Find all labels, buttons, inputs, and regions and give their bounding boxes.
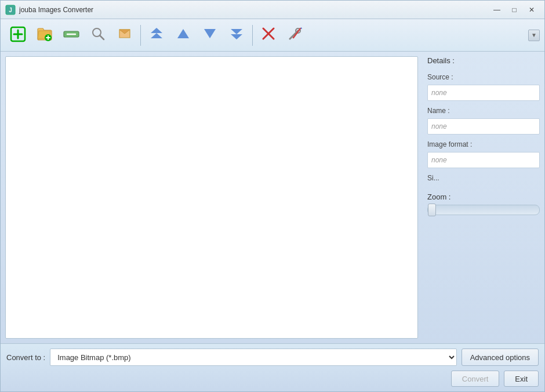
details-panel: Details : Source : Name : Image format :… xyxy=(423,52,544,343)
exit-button[interactable]: Exit xyxy=(504,371,539,387)
app-icon: J xyxy=(5,5,16,15)
svg-line-11 xyxy=(100,35,104,39)
file-list-panel xyxy=(1,52,423,343)
svg-marker-14 xyxy=(151,28,162,33)
main-window: J jouba Images Converter — □ ✕ xyxy=(0,0,545,392)
convert-button: Convert xyxy=(451,371,500,387)
settings-button[interactable] xyxy=(282,23,308,48)
search-button[interactable] xyxy=(85,23,111,48)
open-file-icon xyxy=(117,26,132,44)
toolbar-sep-2 xyxy=(252,25,253,46)
move-down-button[interactable] xyxy=(197,23,223,48)
zoom-label: Zoom : xyxy=(427,193,540,201)
move-top-icon xyxy=(150,27,164,43)
delete-icon xyxy=(261,27,275,43)
window-controls: — □ ✕ xyxy=(489,3,540,16)
image-format-field xyxy=(427,152,540,168)
move-up-icon xyxy=(176,27,190,43)
svg-text:J: J xyxy=(9,7,12,13)
remove-button[interactable] xyxy=(59,23,84,48)
open-folder-icon xyxy=(37,26,53,45)
source-field xyxy=(427,85,540,101)
toolbar-overflow-button[interactable]: ▼ xyxy=(528,30,540,41)
add-image-button[interactable] xyxy=(5,23,31,48)
close-button[interactable]: ✕ xyxy=(524,3,540,16)
zoom-section: Zoom : xyxy=(427,193,540,217)
delete-button[interactable] xyxy=(256,23,281,48)
svg-marker-15 xyxy=(151,33,162,38)
file-list xyxy=(5,56,418,339)
convert-to-label: Convert to : xyxy=(6,353,45,362)
move-bottom-button[interactable] xyxy=(224,23,249,48)
main-area: Details : Source : Name : Image format :… xyxy=(1,52,544,343)
image-format-label: Image format : xyxy=(427,140,540,148)
advanced-options-button[interactable]: Advanced options xyxy=(462,349,539,366)
name-label: Name : xyxy=(427,107,540,115)
title-bar: J jouba Images Converter — □ ✕ xyxy=(1,1,544,19)
svg-marker-19 xyxy=(231,29,242,34)
bottom-bar: Convert to : Image Bitmap (*.bmp) Image … xyxy=(1,343,544,391)
convert-to-row: Convert to : Image Bitmap (*.bmp) Image … xyxy=(6,349,539,366)
svg-marker-16 xyxy=(177,29,189,38)
svg-marker-18 xyxy=(231,34,242,39)
window-title: jouba Images Converter xyxy=(19,6,489,14)
open-folder-button[interactable] xyxy=(32,23,57,48)
minimize-button[interactable]: — xyxy=(489,3,505,16)
move-top-button[interactable] xyxy=(144,23,169,48)
source-label: Source : xyxy=(427,73,540,81)
search-icon xyxy=(91,27,105,43)
open-file-button[interactable] xyxy=(112,23,137,48)
svg-marker-17 xyxy=(204,29,216,38)
zoom-slider-container xyxy=(427,205,540,217)
format-select[interactable]: Image Bitmap (*.bmp) Image JPEG (*.jpg) … xyxy=(50,349,456,366)
tools-icon xyxy=(288,26,303,44)
toolbar: ▼ xyxy=(1,19,544,52)
name-field xyxy=(427,118,540,135)
move-up-button[interactable] xyxy=(170,23,196,48)
maximize-button[interactable]: □ xyxy=(506,3,522,16)
move-bottom-icon xyxy=(230,27,244,43)
action-row: Convert Exit xyxy=(6,371,539,387)
remove-icon xyxy=(63,28,79,42)
add-icon xyxy=(10,26,26,45)
details-title: Details : xyxy=(427,56,540,65)
move-down-icon xyxy=(203,27,217,43)
toolbar-sep-1 xyxy=(140,25,141,46)
zoom-slider[interactable] xyxy=(427,205,540,215)
size-label: Si... xyxy=(427,174,540,182)
